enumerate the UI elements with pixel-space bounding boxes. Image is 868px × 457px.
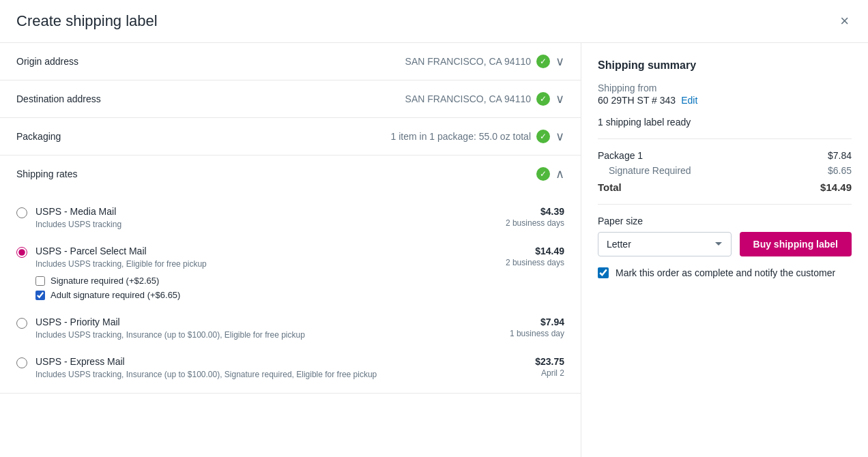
package-line: Package 1 $7.84 — [598, 150, 852, 161]
destination-chevron-icon — [555, 91, 564, 106]
rate-parcel-select-addons: Signature required (+$2.65) Adult signat… — [35, 276, 207, 300]
rate-media-mail-name: USPS - Media Mail — [35, 206, 121, 217]
rate-priority-mail: USPS - Priority Mail Includes USPS track… — [0, 308, 581, 348]
packaging-chevron-icon — [555, 129, 564, 144]
addon-adult-signature-required[interactable]: Adult signature required (+$6.65) — [35, 290, 207, 300]
rate-media-mail-price: $4.39 — [506, 206, 564, 217]
rate-priority-mail-info: USPS - Priority Mail Includes USPS track… — [35, 316, 305, 340]
rates-content: USPS - Media Mail Includes USPS tracking… — [0, 192, 581, 393]
package-price: $7.84 — [828, 150, 852, 161]
left-panel: Origin address SAN FRANCISCO, CA 94110 D… — [0, 43, 581, 457]
rate-media-mail-delivery: 2 business days — [506, 218, 564, 228]
destination-address-header[interactable]: Destination address SAN FRANCISCO, CA 94… — [0, 80, 581, 117]
rate-express-mail-details: Includes USPS tracking, Insurance (up to… — [35, 370, 377, 379]
close-button[interactable]: × — [837, 11, 852, 31]
packaging-value: 1 item in 1 package: 55.0 oz total — [391, 131, 531, 142]
total-line: Total $14.49 — [598, 181, 852, 193]
rate-parcel-select-info: USPS - Parcel Select Mail Includes USPS … — [35, 246, 207, 300]
rate-media-mail-right: $4.39 2 business days — [506, 206, 564, 228]
signature-line: Signature Required $6.65 — [598, 165, 852, 176]
rate-media-mail-left: USPS - Media Mail Includes USPS tracking — [16, 206, 121, 229]
modal-header: Create shipping label × — [0, 0, 868, 43]
paper-size-row: Letter 4" x 6" Buy shipping label — [598, 232, 852, 256]
rate-parcel-select: USPS - Parcel Select Mail Includes USPS … — [0, 237, 581, 308]
shipping-from-label: Shipping from — [598, 83, 852, 93]
buy-shipping-label-button[interactable]: Buy shipping label — [740, 232, 852, 256]
package-label: Package 1 — [598, 150, 643, 161]
rate-express-mail: USPS - Express Mail Includes USPS tracki… — [0, 348, 581, 387]
rate-parcel-select-right: $14.49 2 business days — [506, 246, 564, 267]
rate-media-mail: USPS - Media Mail Includes USPS tracking… — [0, 198, 581, 237]
destination-address-label: Destination address — [16, 93, 126, 104]
origin-address-header[interactable]: Origin address SAN FRANCISCO, CA 94110 — [0, 43, 581, 80]
destination-address-meta: SAN FRANCISCO, CA 94110 — [405, 91, 564, 106]
rate-media-mail-info: USPS - Media Mail Includes USPS tracking — [35, 206, 121, 229]
shipping-rates-label: Shipping rates — [16, 168, 126, 179]
total-label: Total — [598, 181, 622, 193]
rate-priority-mail-left: USPS - Priority Mail Includes USPS track… — [16, 316, 305, 340]
right-panel: Shipping summary Shipping from 60 29TH S… — [581, 43, 868, 457]
summary-from: Shipping from 60 29TH ST # 343 Edit — [598, 83, 852, 106]
shipping-rates-header[interactable]: Shipping rates — [0, 156, 581, 192]
origin-check-icon — [536, 55, 550, 68]
addon-adult-signature-required-label: Adult signature required (+$6.65) — [50, 290, 180, 300]
summary-divider-bottom — [598, 204, 852, 205]
paper-size-select[interactable]: Letter 4" x 6" — [598, 232, 732, 256]
modal-body: Origin address SAN FRANCISCO, CA 94110 D… — [0, 43, 868, 457]
labels-ready: 1 shipping label ready — [598, 117, 852, 128]
from-address-text: 60 29TH ST # 343 — [598, 95, 676, 106]
addon-signature-required-checkbox[interactable] — [35, 276, 45, 286]
rate-express-mail-right: $23.75 April 2 — [535, 356, 564, 378]
origin-address-label: Origin address — [16, 56, 126, 67]
origin-address-meta: SAN FRANCISCO, CA 94110 — [405, 54, 564, 69]
shipping-rates-check-icon — [536, 167, 550, 181]
origin-chevron-icon — [555, 54, 564, 69]
packaging-check-icon — [536, 130, 550, 143]
packaging-section: Packaging 1 item in 1 package: 55.0 oz t… — [0, 118, 581, 156]
rate-priority-mail-details: Includes USPS tracking, Insurance (up to… — [35, 330, 305, 340]
shipping-from-address: 60 29TH ST # 343 Edit — [598, 95, 852, 106]
rate-express-mail-name: USPS - Express Mail — [35, 356, 377, 367]
rate-express-mail-price: $23.75 — [535, 356, 564, 367]
rate-priority-mail-delivery: 1 business day — [510, 329, 564, 338]
rate-parcel-select-price: $14.49 — [506, 246, 564, 256]
origin-address-value: SAN FRANCISCO, CA 94110 — [405, 56, 531, 67]
packaging-header[interactable]: Packaging 1 item in 1 package: 55.0 oz t… — [0, 118, 581, 155]
rate-parcel-select-radio[interactable] — [16, 247, 27, 258]
destination-check-icon — [536, 92, 550, 106]
shipping-rates-chevron-icon — [555, 166, 564, 181]
summary-title: Shipping summary — [598, 59, 852, 72]
rate-media-mail-details: Includes USPS tracking — [35, 220, 121, 229]
addon-adult-signature-required-checkbox[interactable] — [35, 291, 45, 300]
edit-address-link[interactable]: Edit — [681, 95, 697, 106]
rate-express-mail-info: USPS - Express Mail Includes USPS tracki… — [35, 356, 377, 379]
rate-media-mail-radio[interactable] — [16, 207, 27, 218]
shipping-rates-section: Shipping rates USPS - Media Mail Include… — [0, 156, 581, 394]
rate-express-mail-delivery: April 2 — [535, 368, 564, 378]
shipping-rates-header-right — [536, 166, 564, 181]
rate-priority-mail-price: $7.94 — [510, 316, 564, 327]
paper-size-label: Paper size — [598, 216, 852, 226]
destination-address-section: Destination address SAN FRANCISCO, CA 94… — [0, 80, 581, 118]
rate-parcel-select-left: USPS - Parcel Select Mail Includes USPS … — [16, 246, 207, 300]
addon-signature-required[interactable]: Signature required (+$2.65) — [35, 276, 207, 286]
notify-customer-label: Mark this order as complete and notify t… — [616, 267, 835, 278]
rate-priority-mail-right: $7.94 1 business day — [510, 316, 564, 338]
rate-express-mail-radio[interactable] — [16, 357, 27, 368]
total-price: $14.49 — [820, 181, 852, 193]
origin-address-section: Origin address SAN FRANCISCO, CA 94110 — [0, 43, 581, 80]
signature-price: $6.65 — [828, 165, 852, 176]
rate-priority-mail-radio[interactable] — [16, 318, 27, 329]
rate-priority-mail-name: USPS - Priority Mail — [35, 316, 305, 327]
packaging-label: Packaging — [16, 131, 126, 142]
rate-parcel-select-details: Includes USPS tracking, Eligible for fre… — [35, 259, 207, 269]
addon-signature-required-label: Signature required (+$2.65) — [50, 276, 159, 286]
destination-address-value: SAN FRANCISCO, CA 94110 — [405, 93, 531, 104]
packaging-meta: 1 item in 1 package: 55.0 oz total — [391, 129, 564, 144]
signature-label: Signature Required — [609, 165, 691, 176]
notify-customer-checkbox[interactable] — [598, 267, 609, 278]
notify-row: Mark this order as complete and notify t… — [598, 267, 852, 278]
modal-title: Create shipping label — [16, 12, 158, 30]
summary-divider-top — [598, 138, 852, 139]
rate-express-mail-left: USPS - Express Mail Includes USPS tracki… — [16, 356, 377, 379]
